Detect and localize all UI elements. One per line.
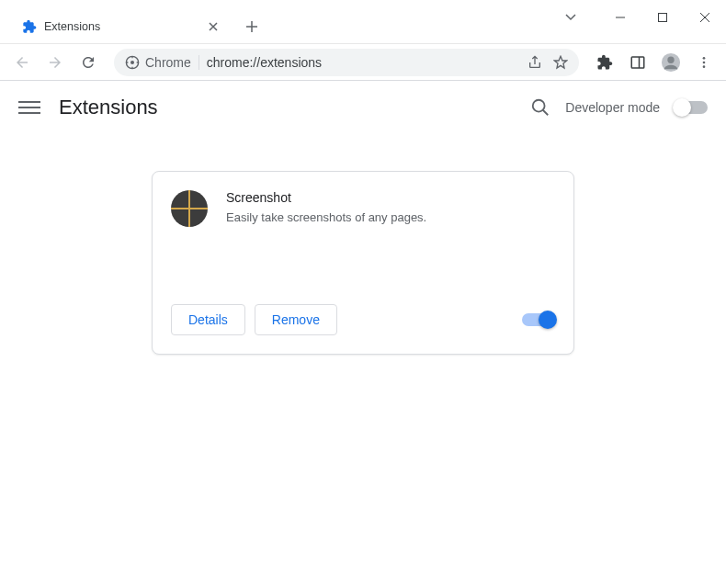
page-header: Extensions Developer mode: [0, 81, 726, 134]
browser-tab[interactable]: Extensions: [11, 10, 232, 43]
minimize-button[interactable]: [599, 3, 641, 32]
tab-title: Extensions: [44, 20, 100, 33]
svg-point-8: [703, 61, 706, 63]
address-bar[interactable]: Chrome chrome://extensions: [114, 49, 579, 76]
extension-app-icon: [171, 190, 208, 227]
extensions-icon[interactable]: [590, 48, 619, 77]
extension-description: Easily take screenshots of any pages.: [226, 210, 555, 224]
card-body: Screenshot Easily take screenshots of an…: [171, 190, 555, 304]
svg-line-11: [543, 110, 549, 116]
svg-point-2: [130, 61, 134, 64]
window-controls: [550, 0, 726, 43]
extensions-grid: Screenshot Easily take screenshots of an…: [0, 134, 726, 391]
side-panel-icon[interactable]: [623, 48, 652, 77]
back-button[interactable]: [7, 48, 37, 77]
header-actions: Developer mode: [530, 97, 708, 118]
extension-info: Screenshot Easily take screenshots of an…: [226, 190, 555, 304]
card-actions: Details Remove: [171, 304, 555, 335]
remove-button[interactable]: Remove: [255, 304, 337, 335]
svg-point-7: [703, 57, 706, 60]
tab-search-icon[interactable]: [550, 3, 592, 32]
menu-button[interactable]: [18, 96, 40, 119]
protocol-label: Chrome: [145, 55, 191, 70]
forward-button[interactable]: [40, 48, 70, 77]
site-info-icon[interactable]: Chrome: [125, 55, 199, 70]
close-button[interactable]: [684, 3, 726, 32]
browser-toolbar: Chrome chrome://extensions: [0, 44, 726, 81]
svg-rect-0: [659, 14, 667, 22]
page-content: Extensions Developer mode Screenshot Eas…: [0, 81, 726, 588]
reload-button[interactable]: [74, 48, 103, 77]
bookmark-icon[interactable]: [553, 55, 568, 70]
details-button[interactable]: Details: [171, 304, 245, 335]
svg-point-6: [667, 56, 674, 62]
new-tab-button[interactable]: [239, 14, 265, 40]
extension-name: Screenshot: [226, 190, 555, 205]
url-text: chrome://extensions: [207, 55, 520, 70]
extension-enabled-toggle[interactable]: [522, 313, 555, 326]
share-icon[interactable]: [527, 55, 542, 70]
svg-rect-3: [631, 57, 644, 68]
omnibox-actions: [527, 55, 568, 70]
developer-mode-toggle[interactable]: [675, 101, 708, 114]
tab-close-icon[interactable]: [206, 19, 221, 34]
svg-point-9: [703, 65, 706, 68]
profile-icon[interactable]: [656, 48, 686, 77]
search-icon[interactable]: [530, 97, 550, 118]
menu-icon[interactable]: [689, 48, 719, 77]
page-title: Extensions: [59, 96, 158, 119]
extension-favicon-icon: [22, 19, 37, 34]
window-titlebar: Extensions: [0, 0, 726, 44]
extension-card: Screenshot Easily take screenshots of an…: [152, 171, 574, 355]
maximize-button[interactable]: [641, 3, 684, 32]
developer-mode-label: Developer mode: [565, 100, 660, 115]
svg-point-10: [533, 100, 545, 112]
